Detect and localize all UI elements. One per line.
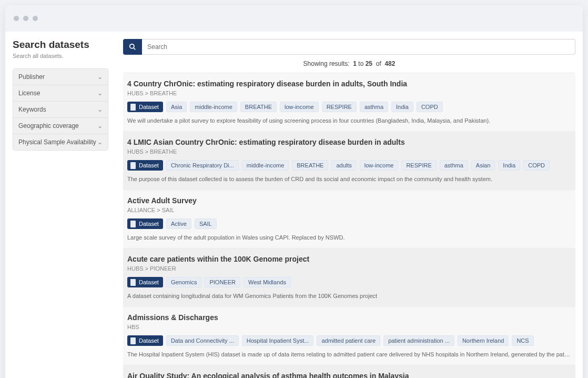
- tag[interactable]: BREATHE: [292, 160, 328, 171]
- window-dot: [14, 16, 19, 21]
- result-breadcrumb: ALLIANCE > SAIL: [127, 207, 571, 213]
- dataset-badge-label: Dataset: [139, 279, 159, 285]
- tag[interactable]: COPD: [523, 160, 550, 171]
- tag[interactable]: asthma: [360, 102, 388, 112]
- dataset-icon: [130, 281, 136, 284]
- tag[interactable]: India: [391, 102, 413, 112]
- result-title: Admissions & Discharges: [127, 313, 571, 322]
- filter-label: Geographic coverage: [18, 122, 79, 130]
- dataset-badge-label: Dataset: [139, 337, 159, 344]
- filter-item[interactable]: Keywords⌄: [13, 102, 108, 118]
- result-item[interactable]: Active Adult SurveyALLIANCE > SAILDatase…: [123, 190, 575, 248]
- result-breadcrumb: HUBS > PIONEER: [127, 265, 571, 272]
- dataset-badge: Dataset: [127, 102, 163, 112]
- chevron-down-icon: ⌄: [97, 73, 103, 81]
- tag[interactable]: RESPIRE: [322, 102, 357, 112]
- tag[interactable]: BREATHE: [240, 102, 277, 112]
- dataset-badge-label: Dataset: [139, 162, 159, 168]
- filter-label: License: [18, 89, 40, 97]
- sidebar: Search datasets Search all datasets. Pub…: [5, 32, 116, 378]
- results-of: of: [376, 60, 381, 67]
- filter-item[interactable]: Publisher⌄: [13, 69, 108, 85]
- filter-item[interactable]: Physical Sample Availability⌄: [13, 134, 108, 150]
- results-info: Showing results: 1 to 25 of 482: [123, 60, 575, 67]
- filter-label: Keywords: [18, 106, 46, 113]
- result-description: We will undertake a pilot survey to expl…: [127, 117, 571, 124]
- dataset-icon: [130, 105, 136, 109]
- tag[interactable]: asthma: [440, 160, 468, 171]
- svg-point-0: [130, 44, 134, 48]
- results-from: 1: [353, 60, 357, 67]
- tag[interactable]: Active: [166, 218, 191, 229]
- content: Search datasets Search all datasets. Pub…: [5, 32, 583, 378]
- chevron-down-icon: ⌄: [97, 106, 103, 113]
- app-window: Search datasets Search all datasets. Pub…: [5, 5, 583, 378]
- tag[interactable]: low-income: [360, 160, 399, 171]
- tag[interactable]: Data and Connectivity ...: [166, 335, 239, 346]
- result-tags: DatasetActiveSAIL: [127, 218, 571, 229]
- dataset-badge: Dataset: [127, 277, 163, 287]
- result-description: A dataset containing longitudinal data f…: [127, 293, 571, 299]
- main-panel: Showing results: 1 to 25 of 482 4 Countr…: [116, 32, 583, 378]
- titlebar: [5, 5, 583, 32]
- window-dot: [33, 16, 38, 21]
- tag[interactable]: adults: [331, 160, 356, 171]
- dataset-badge-label: Dataset: [139, 221, 159, 227]
- result-breadcrumb: HUBS > BREATHE: [127, 148, 571, 155]
- dataset-badge-label: Dataset: [139, 104, 159, 110]
- filter-label: Publisher: [18, 73, 45, 81]
- result-tags: DatasetChronic Respiratory Di...middle-i…: [127, 160, 571, 171]
- tag[interactable]: COPD: [417, 102, 443, 112]
- tag[interactable]: Chronic Respiratory Di...: [166, 160, 239, 171]
- result-item[interactable]: 4 LMIC Asian Country ChrOnic: estimating…: [123, 131, 575, 190]
- tag[interactable]: PIONEER: [205, 277, 240, 287]
- tag[interactable]: India: [498, 160, 520, 171]
- result-item[interactable]: Air Quality Study: An ecological analysi…: [123, 365, 575, 378]
- tag[interactable]: middle-income: [190, 102, 237, 112]
- tag[interactable]: Asia: [166, 102, 187, 112]
- result-description: The Hospital Inpatient System (HIS) data…: [127, 351, 571, 357]
- page-title: Search datasets: [13, 39, 108, 51]
- dataset-icon: [130, 339, 136, 343]
- filter-item[interactable]: License⌄: [13, 85, 108, 102]
- result-description: The purpose of this dataset collected is…: [127, 176, 571, 182]
- tag[interactable]: Northern Ireland: [458, 335, 509, 346]
- result-title: Air Quality Study: An ecological analysi…: [127, 372, 571, 378]
- chevron-down-icon: ⌄: [97, 122, 103, 130]
- tag[interactable]: Genomics: [166, 277, 202, 287]
- result-item[interactable]: Admissions & DischargesHBSDatasetData an…: [123, 306, 575, 365]
- dataset-badge: Dataset: [127, 335, 163, 346]
- tag[interactable]: RESPIRE: [401, 160, 436, 171]
- result-description: Large scale survey of the adult populati…: [127, 234, 571, 241]
- search-input[interactable]: [142, 39, 575, 55]
- tag[interactable]: middle-income: [242, 160, 289, 171]
- tag[interactable]: admitted patient care: [317, 335, 380, 346]
- result-breadcrumb: HUBS > BREATHE: [127, 90, 571, 96]
- filter-list: Publisher⌄License⌄Keywords⌄Geographic co…: [13, 68, 108, 151]
- result-tags: DatasetGenomicsPIONEERWest Midlands: [127, 277, 571, 287]
- results-info-prefix: Showing results:: [303, 60, 350, 67]
- window-dot: [23, 16, 28, 21]
- result-title: Acute care patients within the 100K Geno…: [127, 255, 571, 263]
- tag[interactable]: NCS: [512, 335, 533, 346]
- dataset-badge: Dataset: [127, 160, 163, 171]
- chevron-down-icon: ⌄: [97, 89, 103, 97]
- filter-item[interactable]: Geographic coverage⌄: [13, 118, 108, 134]
- search-button[interactable]: [123, 39, 142, 55]
- result-breadcrumb: HBS: [127, 324, 571, 330]
- tag[interactable]: SAIL: [195, 218, 217, 229]
- dataset-badge: Dataset: [127, 218, 163, 229]
- tag[interactable]: Asian: [471, 160, 495, 171]
- tag[interactable]: low-income: [280, 102, 319, 112]
- tag[interactable]: Hospital Inpatient Syst...: [242, 335, 314, 346]
- result-tags: DatasetAsiamiddle-incomeBREATHElow-incom…: [127, 102, 571, 112]
- dataset-icon: [130, 222, 136, 226]
- result-item[interactable]: 4 Country ChrOnic: estimating respirator…: [123, 73, 575, 131]
- page-subtitle: Search all datasets.: [13, 53, 108, 59]
- result-item[interactable]: Acute care patients within the 100K Geno…: [123, 248, 575, 306]
- results-total: 482: [384, 60, 395, 67]
- results-to: 25: [366, 60, 372, 67]
- tag[interactable]: West Midlands: [244, 277, 291, 287]
- result-title: 4 Country ChrOnic: estimating respirator…: [127, 79, 571, 88]
- tag[interactable]: patient administration ...: [383, 335, 454, 346]
